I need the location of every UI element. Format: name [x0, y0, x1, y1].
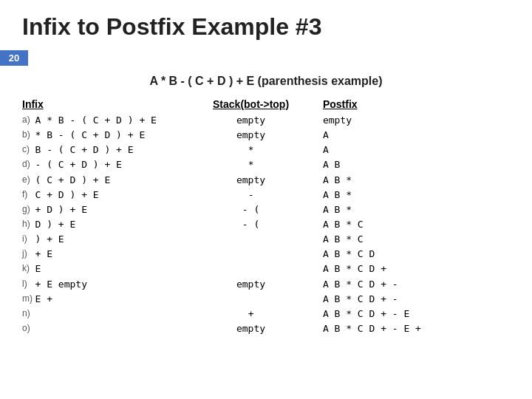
row-label: n)	[22, 307, 35, 321]
row-postfix: A B * C D + -	[323, 292, 510, 307]
row-label: l)	[22, 277, 35, 292]
row-stack: - (	[179, 217, 323, 232]
table-row: i) ) + E A B * C	[22, 232, 510, 247]
table-row: b) * B - ( C + D ) + E empty A	[22, 128, 510, 143]
row-infix: + E	[35, 247, 180, 262]
row-postfix: A B * C D +	[323, 262, 510, 276]
row-infix: + E empty	[35, 277, 180, 292]
row-label: b)	[22, 128, 35, 143]
row-label: e)	[22, 173, 35, 188]
row-infix: D ) + E	[35, 217, 180, 232]
row-infix: - ( C + D ) + E	[35, 157, 180, 172]
row-postfix: A	[323, 128, 510, 143]
row-postfix: A B * C D + - E +	[323, 321, 510, 336]
row-stack	[179, 232, 323, 247]
table-row: k) E A B * C D +	[22, 262, 510, 276]
row-infix: E +	[35, 292, 180, 307]
row-label: a)	[22, 113, 35, 128]
row-stack: empty	[179, 113, 323, 128]
row-postfix: A B * C D	[323, 247, 510, 262]
title: Infix to Postfix Example #3	[0, 0, 532, 47]
table-row: a) A * B - ( C + D ) + E empty empty	[22, 113, 510, 128]
row-infix: ( C + D ) + E	[35, 173, 180, 188]
row-infix: ) + E	[35, 232, 180, 247]
table-row: n) + A B * C D + - E	[22, 307, 510, 321]
row-postfix: A B * C	[323, 232, 510, 247]
row-label: i)	[22, 232, 35, 247]
table-row: l) + E empty empty A B * C D + -	[22, 277, 510, 292]
row-postfix: A B * C D + - E	[323, 307, 510, 321]
row-stack: empty	[179, 128, 323, 143]
row-label: k)	[22, 262, 35, 276]
table-row: f) C + D ) + E - A B *	[22, 188, 510, 202]
row-stack: empty	[179, 173, 323, 188]
row-label: o)	[22, 321, 35, 336]
row-label: g)	[22, 202, 35, 217]
row-postfix: A B * C	[323, 217, 510, 232]
row-stack: *	[179, 157, 323, 172]
row-stack	[179, 247, 323, 262]
row-infix: A * B - ( C + D ) + E	[35, 113, 180, 128]
table-row: h) D ) + E - ( A B * C	[22, 217, 510, 232]
row-label: m)	[22, 292, 35, 307]
row-label: c)	[22, 143, 35, 157]
row-infix: + D ) + E	[35, 202, 180, 217]
row-stack	[179, 262, 323, 276]
table-row: e) ( C + D ) + E empty A B *	[22, 173, 510, 188]
row-stack: +	[179, 307, 323, 321]
row-postfix: A B *	[323, 202, 510, 217]
row-stack: empty	[179, 277, 323, 292]
row-infix: C + D ) + E	[35, 188, 180, 202]
row-label: d)	[22, 157, 35, 172]
row-infix: B - ( C + D ) + E	[35, 143, 180, 157]
row-postfix: A B *	[323, 188, 510, 202]
row-stack: empty	[179, 321, 323, 336]
row-stack: -	[179, 188, 323, 202]
table-row: m) E + A B * C D + -	[22, 292, 510, 307]
infix-header: Infix	[22, 98, 179, 110]
row-stack: *	[179, 143, 323, 157]
expression-bar: A * B - ( C + D ) + E (parenthesis examp…	[0, 75, 532, 88]
row-label: h)	[22, 217, 35, 232]
row-infix: * B - ( C + D ) + E	[35, 128, 180, 143]
row-postfix: A B * C D + -	[323, 277, 510, 292]
row-infix	[35, 321, 180, 336]
row-stack	[179, 292, 323, 307]
table-row: g) + D ) + E - ( A B *	[22, 202, 510, 217]
table-row: j) + E A B * C D	[22, 247, 510, 262]
stack-header: Stack(bot->top)	[179, 98, 323, 110]
table-row: d) - ( C + D ) + E * A B	[22, 157, 510, 172]
postfix-header: Postfix	[323, 98, 510, 110]
row-postfix: empty	[323, 113, 510, 128]
row-postfix: A B *	[323, 173, 510, 188]
row-postfix: A	[323, 143, 510, 157]
row-label: j)	[22, 247, 35, 262]
row-infix: E	[35, 262, 180, 276]
table-row: o) empty A B * C D + - E +	[22, 321, 510, 336]
row-label: f)	[22, 188, 35, 202]
row-postfix: A B	[323, 157, 510, 172]
row-stack: - (	[179, 202, 323, 217]
table-row: c) B - ( C + D ) + E * A	[22, 143, 510, 157]
row-infix	[35, 307, 180, 321]
slide-number: 20	[0, 50, 28, 66]
